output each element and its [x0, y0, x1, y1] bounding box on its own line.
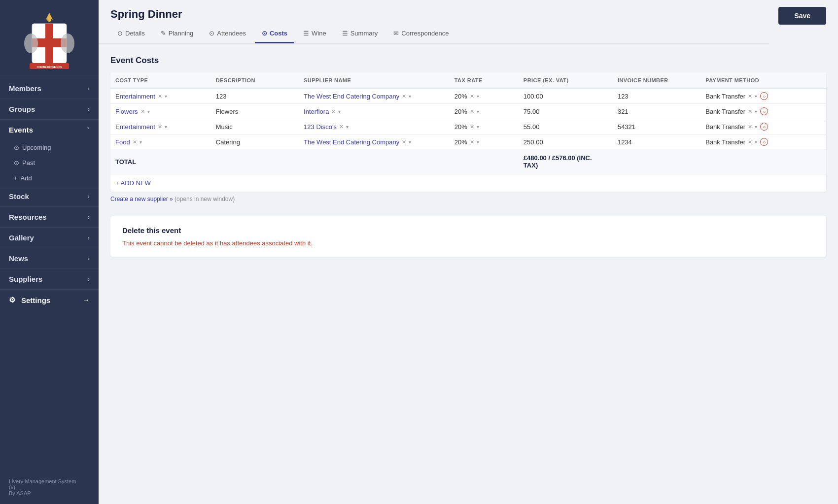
add-new-row[interactable]: + ADD NEW	[110, 174, 826, 192]
create-supplier-link[interactable]: Create a new supplier »	[110, 196, 173, 202]
supplier-dropdown-icon[interactable]: ▾	[409, 94, 411, 99]
tax-clear-icon[interactable]: ✕	[469, 139, 475, 145]
costs-icon: ⊙	[262, 30, 267, 37]
sidebar-item-members[interactable]: Members ›	[0, 78, 99, 99]
supplier-dropdown-icon[interactable]: ▾	[338, 109, 341, 114]
col-header-tax: TAX RATE	[450, 72, 519, 89]
cost-type-dropdown-icon[interactable]: ▾	[140, 139, 142, 145]
tab-details[interactable]: ⊙ Details	[110, 26, 152, 43]
sidebar-item-news[interactable]: News ›	[0, 248, 99, 269]
chevron-right-icon: ›	[88, 106, 90, 113]
payment-dropdown-icon[interactable]: ▾	[755, 109, 757, 114]
svg-text:DOMINE DIRIGE NOS: DOMINE DIRIGE NOS	[37, 66, 63, 68]
payment-clear-icon[interactable]: ✕	[747, 108, 753, 115]
arrow-right-icon: →	[83, 296, 90, 304]
create-supplier-note: (opens in new window)	[175, 196, 235, 202]
cost-type-clear-icon[interactable]: ✕	[140, 108, 146, 115]
delete-section: Delete this event This event cannot be d…	[110, 216, 826, 257]
supplier-clear-icon[interactable]: ✕	[401, 139, 407, 145]
top-wrapper: Spring Dinner Costs ⊙ Details ✎ Planning…	[99, 0, 838, 44]
delete-warning: This event cannot be deleted as it has a…	[122, 239, 814, 247]
sidebar-item-stock[interactable]: Stock ›	[0, 186, 99, 206]
tab-wine[interactable]: ☰ Wine	[296, 26, 333, 43]
tax-clear-icon[interactable]: ✕	[469, 93, 475, 100]
sidebar-item-events[interactable]: Events ˅	[0, 119, 99, 140]
chevron-down-icon: ˅	[87, 127, 90, 134]
wine-icon: ☰	[303, 30, 309, 37]
sidebar-sub-upcoming[interactable]: ⊙ Upcoming	[0, 140, 99, 155]
total-row: TOTAL £480.00 / £576.00 (INC. TAX)	[110, 149, 826, 174]
supplier-dropdown-icon[interactable]: ▾	[409, 139, 411, 145]
sidebar-item-settings[interactable]: ⚙ Settings →	[0, 289, 99, 310]
cost-type-dropdown-icon[interactable]: ▾	[147, 109, 150, 114]
col-header-price: PRICE (EX. VAT)	[519, 72, 613, 89]
delete-row-icon[interactable]: ○	[760, 123, 768, 131]
chevron-right-icon: ›	[88, 193, 90, 200]
cost-type-clear-icon[interactable]: ✕	[157, 124, 163, 130]
chevron-right-icon: ›	[88, 255, 90, 262]
delete-row-icon[interactable]: ○	[760, 107, 768, 115]
sidebar-item-suppliers[interactable]: Suppliers ›	[0, 269, 99, 289]
sidebar: DOMINE DIRIGE NOS Members › Groups › Eve…	[0, 0, 99, 504]
payment-clear-icon[interactable]: ✕	[747, 124, 753, 130]
chevron-right-icon: ›	[88, 235, 90, 241]
chevron-right-icon: ›	[88, 214, 90, 221]
clock-icon: ⊙	[14, 159, 19, 167]
total-label: TOTAL	[110, 149, 211, 174]
add-new-label[interactable]: + ADD NEW	[110, 174, 826, 192]
cost-type-clear-icon[interactable]: ✕	[132, 139, 138, 145]
tabs-bar: ⊙ Details ✎ Planning ⊙ Attendees ⊙ Costs…	[99, 21, 769, 44]
main-content: Spring Dinner Costs ⊙ Details ✎ Planning…	[99, 0, 838, 504]
chevron-right-icon: ›	[88, 276, 90, 283]
sidebar-item-groups[interactable]: Groups ›	[0, 99, 99, 119]
tab-attendees[interactable]: ⊙ Attendees	[202, 26, 253, 43]
tab-correspondence[interactable]: ✉ Correspondence	[386, 26, 455, 43]
payment-dropdown-icon[interactable]: ▾	[755, 139, 757, 145]
summary-icon: ☰	[342, 30, 348, 37]
table-row: Entertainment ✕ ▾ Music 123 Disco's ✕ ▾ …	[110, 119, 826, 134]
cost-type-clear-icon[interactable]: ✕	[157, 93, 163, 100]
save-button[interactable]: Save	[778, 7, 826, 25]
table-row: Entertainment ✕ ▾ 123 The West End Cater…	[110, 89, 826, 104]
clock-icon: ⊙	[14, 144, 19, 151]
delete-title: Delete this event	[122, 226, 814, 235]
supplier-dropdown-icon[interactable]: ▾	[346, 124, 349, 130]
payment-clear-icon[interactable]: ✕	[747, 139, 753, 145]
tax-dropdown-icon[interactable]: ▾	[477, 94, 479, 99]
supplier-clear-icon[interactable]: ✕	[330, 108, 337, 115]
table-row: Flowers ✕ ▾ Flowers Interflora ✕ ▾ 20% ✕	[110, 104, 826, 119]
supplier-clear-icon[interactable]: ✕	[401, 93, 407, 100]
col-header-supplier: SUPPLIER NAME	[299, 72, 450, 89]
tax-dropdown-icon[interactable]: ▾	[477, 109, 479, 114]
cost-type-dropdown-icon[interactable]: ▾	[165, 94, 167, 99]
tab-summary[interactable]: ☰ Summary	[335, 26, 385, 43]
tax-dropdown-icon[interactable]: ▾	[477, 124, 479, 130]
section-title: Event Costs	[110, 56, 826, 66]
sidebar-sub-past[interactable]: ⊙ Past	[0, 155, 99, 170]
sidebar-item-resources[interactable]: Resources ›	[0, 206, 99, 227]
svg-point-5	[24, 34, 38, 53]
chevron-right-icon: ›	[88, 85, 90, 92]
payment-dropdown-icon[interactable]: ▾	[755, 124, 757, 130]
tax-clear-icon[interactable]: ✕	[469, 124, 475, 130]
tax-dropdown-icon[interactable]: ▾	[477, 139, 479, 145]
tab-costs[interactable]: ⊙ Costs	[255, 26, 294, 43]
tab-planning[interactable]: ✎ Planning	[154, 26, 201, 43]
delete-row-icon[interactable]: ○	[760, 138, 768, 146]
sidebar-sub-add[interactable]: + Add	[0, 170, 99, 186]
svg-point-6	[61, 34, 74, 53]
cost-type-dropdown-icon[interactable]: ▾	[165, 124, 167, 130]
planning-icon: ✎	[161, 30, 166, 37]
payment-dropdown-icon[interactable]: ▾	[755, 94, 757, 99]
sidebar-footer: Livery Management System (v) By ASAP	[0, 473, 99, 504]
delete-row-icon[interactable]: ○	[760, 92, 768, 100]
top-bar: Spring Dinner Costs	[99, 0, 769, 21]
supplier-clear-icon[interactable]: ✕	[338, 124, 345, 130]
sidebar-item-gallery[interactable]: Gallery ›	[0, 227, 99, 248]
correspondence-icon: ✉	[393, 30, 399, 37]
col-header-invoice: INVOICE NUMBER	[613, 72, 700, 89]
payment-clear-icon[interactable]: ✕	[747, 93, 753, 100]
create-supplier-section: Create a new supplier » (opens in new wi…	[110, 196, 826, 202]
page-title: Spring Dinner	[110, 8, 182, 21]
tax-clear-icon[interactable]: ✕	[469, 108, 475, 115]
